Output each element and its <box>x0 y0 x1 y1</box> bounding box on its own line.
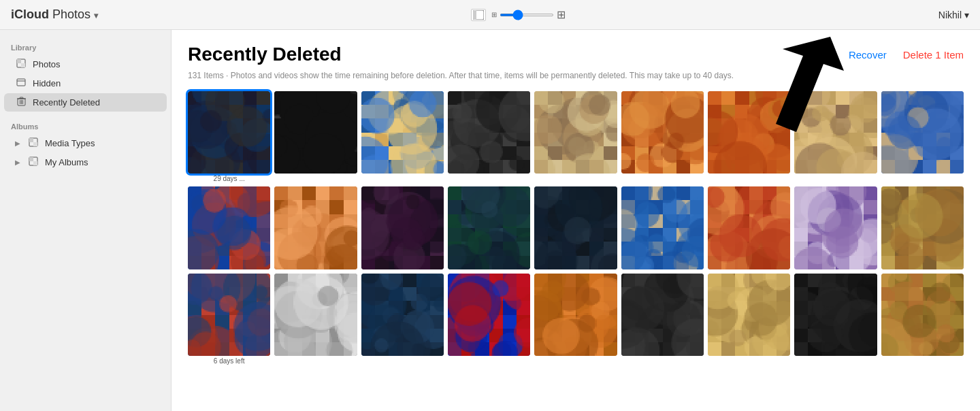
sidebar-toggle-btn[interactable] <box>471 9 486 21</box>
main-layout: Library Photos Hidden Recently Deleted A… <box>0 30 980 411</box>
photo-wrapper <box>361 91 444 182</box>
svg-rect-14 <box>29 138 33 142</box>
photo-wrapper <box>881 274 964 365</box>
sidebar-item-recently-deleted[interactable]: Recently Deleted <box>4 93 167 112</box>
content-actions: Recover Delete 1 Item <box>849 49 964 61</box>
photo-cell[interactable] <box>794 186 877 269</box>
photo-wrapper <box>448 91 530 182</box>
photo-wrapper <box>621 186 704 269</box>
photo-wrapper: 6 days left <box>188 274 270 365</box>
recover-button[interactable]: Recover <box>849 49 887 61</box>
svg-rect-15 <box>33 142 37 146</box>
photo-cell[interactable] <box>188 186 270 269</box>
photo-row-1 <box>188 186 964 269</box>
photo-cell[interactable] <box>708 91 790 174</box>
photo-cell[interactable] <box>534 91 617 174</box>
photo-wrapper <box>274 186 357 269</box>
svg-rect-4 <box>21 63 25 67</box>
hidden-label: Hidden <box>33 78 61 88</box>
user-chevron: ▾ <box>964 10 969 20</box>
view-toggle <box>471 9 486 21</box>
svg-rect-5 <box>17 79 25 86</box>
photo-cell[interactable] <box>708 186 790 269</box>
sidebar: Library Photos Hidden Recently Deleted A… <box>0 30 172 411</box>
photo-cell[interactable] <box>448 91 530 174</box>
large-grid-icon: ⊞ <box>557 8 566 21</box>
photo-wrapper: 29 days ... <box>188 91 270 182</box>
svg-rect-1 <box>473 10 476 20</box>
photo-cell[interactable] <box>881 186 964 269</box>
photo-wrapper <box>794 274 877 365</box>
photo-cell[interactable] <box>621 186 704 269</box>
photo-wrapper <box>188 186 270 269</box>
user-name: Nikhil <box>938 10 962 20</box>
sidebar-item-hidden[interactable]: Hidden <box>4 74 167 93</box>
small-grid-icon: ⊞ <box>491 11 497 18</box>
photo-cell[interactable] <box>188 274 270 356</box>
hidden-icon <box>15 78 27 89</box>
photo-wrapper <box>708 91 790 182</box>
photo-wrapper <box>621 274 704 365</box>
photo-cell[interactable] <box>188 91 270 174</box>
photo-cell[interactable] <box>621 274 704 356</box>
sidebar-item-photos[interactable]: Photos <box>4 55 167 73</box>
content-header: Recently Deleted Recover Delete 1 Item <box>188 44 964 65</box>
photo-wrapper <box>274 91 357 182</box>
expand-arrow-my-albums: ▶ <box>15 159 20 166</box>
media-types-label: Media Types <box>45 138 95 148</box>
photo-cell[interactable] <box>361 91 444 174</box>
delete-button[interactable]: Delete 1 Item <box>903 49 964 61</box>
sidebar-icon <box>473 10 484 20</box>
photos-label: Photos <box>33 59 60 69</box>
my-albums-icon <box>27 157 39 168</box>
topbar-left: iCloud Photos ▾ <box>11 7 98 22</box>
photo-wrapper <box>534 91 617 182</box>
photo-wrapper <box>361 186 444 269</box>
photo-wrapper <box>794 186 877 269</box>
page-title: Recently Deleted <box>188 44 342 65</box>
photo-row-0: 29 days ... <box>188 91 964 182</box>
photo-grid: 29 days ...6 days left <box>188 91 964 365</box>
photo-cell[interactable] <box>881 274 964 356</box>
trash-icon <box>15 97 27 108</box>
photo-wrapper <box>881 186 964 269</box>
photo-cell[interactable] <box>274 274 357 356</box>
svg-rect-9 <box>20 97 23 99</box>
sidebar-item-media-types[interactable]: ▶ Media Types <box>4 134 167 152</box>
photo-cell[interactable] <box>794 274 877 356</box>
photo-cell[interactable] <box>534 186 617 269</box>
photo-cell[interactable] <box>448 186 530 269</box>
media-types-icon <box>27 137 39 149</box>
photo-wrapper <box>448 274 530 365</box>
sidebar-item-my-albums[interactable]: ▶ My Albums <box>4 153 167 171</box>
photo-cell[interactable] <box>708 274 790 356</box>
albums-section-label: Albums <box>0 117 171 133</box>
size-slider-input[interactable] <box>500 14 554 16</box>
user-menu[interactable]: Nikhil ▾ <box>938 10 969 20</box>
photo-cell[interactable] <box>448 274 530 356</box>
brand-logo: iCloud Photos ▾ <box>11 7 98 22</box>
photo-wrapper <box>274 274 357 365</box>
photo-cell[interactable] <box>274 186 357 269</box>
photos-icon <box>15 59 27 70</box>
my-albums-label: My Albums <box>45 157 88 167</box>
photo-wrapper <box>621 91 704 182</box>
photo-row-2: 6 days left <box>188 274 964 365</box>
photo-wrapper <box>361 274 444 365</box>
photo-cell[interactable] <box>534 274 617 356</box>
svg-rect-3 <box>17 59 21 63</box>
photo-cell[interactable] <box>274 91 357 174</box>
photo-label: 6 days left <box>188 357 270 365</box>
photo-cell[interactable] <box>881 91 964 174</box>
content-area: Recently Deleted Recover Delete 1 Item 1… <box>172 30 980 411</box>
photo-cell[interactable] <box>621 91 704 174</box>
photo-cell[interactable] <box>794 91 877 174</box>
expand-arrow-media-types: ▶ <box>15 139 20 147</box>
photo-cell[interactable] <box>361 274 444 356</box>
topbar-center: ⊞ ⊞ <box>471 8 566 21</box>
photo-wrapper <box>534 274 617 365</box>
photo-cell[interactable] <box>361 186 444 269</box>
svg-rect-18 <box>33 161 37 165</box>
photo-wrapper <box>708 274 790 365</box>
photo-wrapper <box>448 186 530 269</box>
